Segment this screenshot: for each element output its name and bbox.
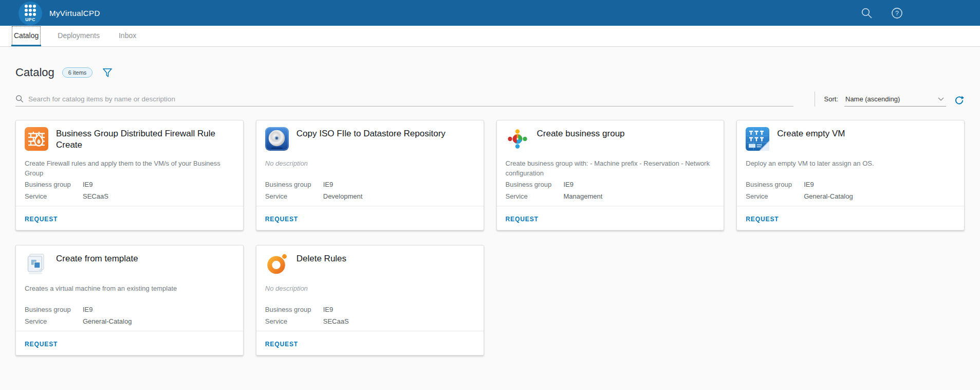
orchestrator-ring-icon [265, 252, 289, 276]
firewall-icon [25, 127, 48, 151]
request-button[interactable]: REQUEST [25, 216, 58, 223]
card-title: Create business group [537, 127, 625, 139]
request-button[interactable]: REQUEST [265, 341, 298, 348]
search-icon[interactable] [861, 7, 873, 19]
business-group-value: IE9 [83, 306, 93, 313]
app-title: MyVirtualCPD [49, 9, 100, 17]
business-group-label: Business group [265, 306, 323, 313]
service-label: Service [265, 317, 323, 325]
service-label: Service [25, 317, 83, 325]
card-description: No description [265, 284, 474, 306]
service-value: SECaaS [83, 192, 108, 200]
service-label: Service [746, 192, 804, 200]
business-group-value: IE9 [804, 181, 814, 188]
service-value: Development [323, 192, 363, 200]
business-group-value: IE9 [323, 181, 334, 188]
card-title: Create empty VM [777, 127, 845, 139]
service-label: Service [506, 192, 564, 200]
card-description: Creates a virtual machine from an existi… [25, 284, 234, 306]
catalog-card: Create business group Create business gr… [496, 120, 725, 231]
tab-deployments[interactable]: Deployments [55, 26, 102, 46]
business-group-icon [506, 127, 529, 151]
catalog-card: Create from template Creates a virtual m… [15, 245, 244, 356]
service-value: General-Catalog [804, 192, 853, 200]
catalog-card: Copy ISO FIle to Datastore Repository No… [256, 120, 484, 231]
card-title: Delete Rules [297, 252, 346, 264]
filter-funnel-icon[interactable] [102, 68, 113, 78]
sort-dropdown-value: Name (ascending) [845, 95, 900, 103]
toolbar-divider [815, 92, 815, 107]
request-button[interactable]: REQUEST [25, 341, 58, 348]
items-count-badge: 6 items [62, 67, 93, 78]
app-header: UPC MyVirtualCPD ? [0, 0, 980, 26]
business-group-value: IE9 [323, 306, 334, 313]
tab-catalog[interactable]: Catalog [11, 26, 41, 46]
empty-vm-icon [746, 127, 769, 151]
business-group-label: Business group [265, 181, 323, 188]
request-button[interactable]: REQUEST [265, 216, 298, 223]
main-tabbar: Catalog Deployments Inbox [0, 26, 980, 47]
card-title: Create from template [56, 252, 138, 264]
tab-inbox[interactable]: Inbox [116, 26, 139, 46]
cd-disc-icon [265, 127, 289, 151]
service-value: SECaaS [323, 317, 349, 325]
service-value: General-Catalog [83, 317, 132, 325]
business-group-value: IE9 [564, 181, 574, 188]
sort-dropdown[interactable]: Name (ascending) [844, 95, 946, 107]
chevron-down-icon [938, 97, 944, 101]
search-icon [15, 95, 24, 103]
card-description: Create Firewall rules and apply them to … [25, 159, 234, 181]
card-title: Business Group Distributed Firewall Rule… [56, 127, 234, 151]
catalog-page: UPC MyVirtualCPD ? Catalog Deployments I… [0, 0, 980, 390]
sort-label: Sort: [824, 95, 838, 107]
svg-text:?: ? [895, 10, 899, 17]
service-label: Service [265, 192, 323, 200]
business-group-label: Business group [25, 181, 83, 188]
catalog-card: Create empty VM Deploy an empty VM to la… [736, 120, 965, 231]
catalog-card-grid: Business Group Distributed Firewall Rule… [15, 120, 965, 356]
card-description: Create business group with: - Machine pr… [506, 159, 715, 181]
service-label: Service [25, 192, 83, 200]
catalog-search-box [15, 95, 793, 107]
catalog-card: Business Group Distributed Firewall Rule… [15, 120, 244, 231]
logo-text: UPC [25, 17, 35, 22]
help-icon[interactable]: ? [891, 7, 903, 19]
request-button[interactable]: REQUEST [506, 216, 539, 223]
catalog-card: Delete Rules No description Business gro… [256, 245, 484, 356]
search-input[interactable] [28, 95, 793, 103]
card-description: Deploy an empty VM to later assign an OS… [746, 159, 955, 181]
card-title: Copy ISO FIle to Datastore Repository [297, 127, 446, 139]
card-description: No description [265, 159, 474, 181]
business-group-label: Business group [25, 306, 83, 313]
business-group-label: Business group [506, 181, 564, 188]
service-value: Management [564, 192, 603, 200]
business-group-label: Business group [746, 181, 804, 188]
logo-dots-grid [25, 5, 36, 16]
request-button[interactable]: REQUEST [746, 216, 779, 223]
template-icon [25, 252, 48, 276]
business-group-value: IE9 [83, 181, 93, 188]
upc-logo: UPC [19, 2, 42, 25]
refresh-icon[interactable] [954, 96, 965, 107]
page-title: Catalog [15, 66, 54, 79]
